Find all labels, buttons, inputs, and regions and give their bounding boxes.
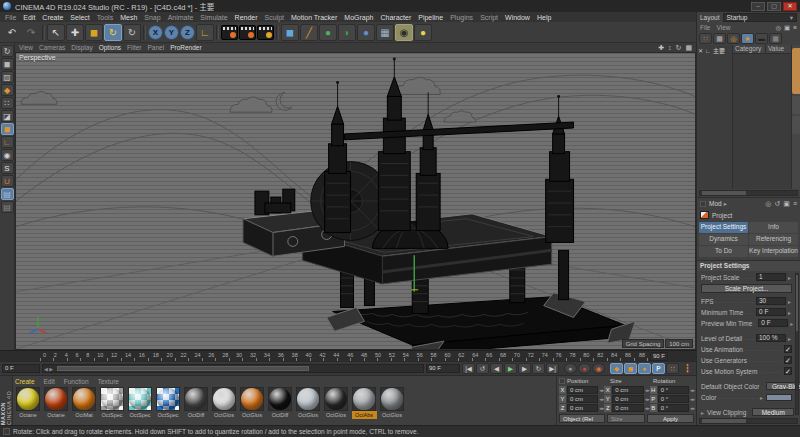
go-to-previous-frame-button[interactable]: ◀	[490, 363, 503, 374]
coordinate-system-icon[interactable]: ∟	[196, 24, 214, 41]
attribute-scrollbar[interactable]	[795, 273, 799, 415]
menu-item[interactable]: Create	[42, 14, 63, 21]
use-animation-checkbox[interactable]: ✓	[784, 345, 792, 353]
attribute-tab[interactable]: Referencing	[749, 234, 798, 245]
keyframe-rotation-toggle[interactable]: ●	[638, 363, 651, 374]
attribute-tab[interactable]: Info	[749, 222, 798, 233]
material-menu-item[interactable]: Edit	[44, 378, 55, 385]
target-icon[interactable]: ◎	[727, 33, 740, 44]
material-menu-item[interactable]: Texture	[98, 378, 119, 385]
am-horizontal-scrollbar[interactable]	[699, 418, 798, 424]
separator[interactable]	[216, 25, 219, 40]
keyframe-parameter-toggle[interactable]: P	[652, 363, 665, 374]
material-swatch[interactable]: OctGlos	[295, 387, 321, 419]
material-swatch[interactable]: OctAbs	[351, 387, 377, 419]
viewport-menu-item[interactable]: Display	[71, 44, 92, 51]
position-y-field[interactable]: 0 cm	[567, 395, 598, 403]
material-swatch[interactable]: OctGlos	[211, 387, 237, 419]
rotate-view-icon[interactable]: ↻	[676, 44, 682, 52]
minimize-button[interactable]: –	[751, 2, 765, 11]
lock-z-axis-button[interactable]: Z	[180, 25, 195, 40]
material-preview[interactable]	[16, 387, 40, 411]
redo-icon[interactable]: ↷	[22, 24, 40, 41]
use-motion-system-checkbox[interactable]: ✓	[784, 367, 792, 375]
viewport[interactable]: Perspective	[15, 52, 696, 350]
am-dropdown-icon[interactable]	[700, 201, 706, 207]
category-column-header[interactable]: Category	[733, 45, 765, 53]
material-swatch[interactable]: OctMat	[71, 387, 97, 419]
value-column-header[interactable]: Value	[765, 45, 791, 53]
model-mode-icon[interactable]: ◼	[1, 58, 14, 70]
menu-item[interactable]: Motion Tracker	[291, 14, 337, 21]
material-preview[interactable]	[128, 387, 152, 411]
autokeying-button[interactable]: ◉	[592, 363, 605, 374]
material-menu-item[interactable]: Create	[15, 378, 35, 385]
record-keyframe-button[interactable]: ●	[564, 363, 577, 374]
material-swatch[interactable]: OctDiff	[267, 387, 293, 419]
environment-icon[interactable]: ●	[357, 24, 375, 41]
render-view-icon[interactable]	[221, 25, 238, 40]
live-selection-icon[interactable]: ↖	[47, 24, 65, 41]
menu-item[interactable]: Character	[381, 14, 412, 21]
material-swatch[interactable]: OctSpec	[155, 387, 181, 419]
tree-root-label[interactable]: 主要	[713, 46, 725, 55]
table-body[interactable]	[733, 54, 791, 189]
menu-item[interactable]: Snap	[144, 14, 160, 21]
history-icon[interactable]: ↺	[774, 200, 780, 208]
menu-item[interactable]: Simulate	[200, 14, 227, 21]
side-tab[interactable]	[792, 96, 800, 114]
material-menu-item[interactable]: Function	[64, 378, 89, 385]
material-swatch[interactable]: OctGlos	[323, 387, 349, 419]
material-preview[interactable]	[268, 387, 292, 411]
render-settings-icon[interactable]	[257, 25, 274, 40]
rotation-h-field[interactable]: 0 °	[658, 386, 689, 394]
material-swatch[interactable]: OctSpec	[99, 387, 125, 419]
grid-icon[interactable]: ▦	[713, 33, 726, 44]
palette-handle[interactable]: ┇	[681, 363, 694, 374]
viewport-menu-item[interactable]: Panel	[148, 44, 165, 51]
om-menu-item[interactable]: View	[716, 24, 730, 31]
apply-button[interactable]: Apply	[647, 414, 694, 423]
keyframe-scale-toggle[interactable]: ◼	[624, 363, 637, 374]
viewport-menu-item[interactable]: ProRender	[170, 44, 201, 51]
layout-dropdown[interactable]: Startup▾	[723, 13, 797, 22]
workplane-icon[interactable]: ▤	[1, 188, 14, 200]
menu-item[interactable]: Tools	[97, 14, 113, 21]
menu-item[interactable]: Window	[505, 14, 530, 21]
points-mode-icon[interactable]: ∷	[1, 97, 14, 109]
panel-menu-icon[interactable]: ≡	[793, 24, 797, 32]
attribute-tab[interactable]: Project Settings	[699, 222, 748, 233]
position-z-field[interactable]: 0 cm	[567, 404, 598, 412]
pan-view-icon[interactable]: ✚	[658, 44, 664, 52]
use-generators-checkbox[interactable]: ✓	[784, 356, 792, 364]
render-region-icon[interactable]	[239, 25, 256, 40]
menu-item[interactable]: Help	[537, 14, 551, 21]
make-editable-icon[interactable]: ↻	[1, 45, 14, 57]
move-icon[interactable]: ✚	[66, 24, 84, 41]
fps-field[interactable]: 30	[756, 297, 786, 305]
zoom-view-icon[interactable]: ↕	[668, 44, 672, 52]
coords-lock-icon[interactable]	[559, 378, 565, 384]
size-z-field[interactable]: 0 cm	[612, 404, 643, 412]
go-to-start-button[interactable]: |◀	[462, 363, 475, 374]
deformers-icon[interactable]: ◗	[338, 24, 356, 41]
texture-mode-icon[interactable]: ▨	[1, 71, 14, 83]
axis-mode-icon[interactable]: ∟	[1, 136, 14, 148]
lock-icon[interactable]: ▣	[784, 24, 790, 32]
edges-mode-icon[interactable]: ◪	[1, 110, 14, 122]
pattern-icon[interactable]: ▦	[769, 33, 782, 44]
menu-item[interactable]: MoGraph	[344, 14, 373, 21]
generators-icon[interactable]: ●	[319, 24, 337, 41]
menu-item[interactable]: Render	[235, 14, 258, 21]
preview-min-time-field[interactable]: 0 F	[758, 319, 788, 327]
minimum-time-field[interactable]: 0 F	[756, 308, 786, 316]
material-preview[interactable]	[324, 387, 348, 411]
size-y-field[interactable]: 0 cm	[612, 395, 643, 403]
range-end-field[interactable]: 90 F	[426, 364, 460, 373]
material-swatch[interactable]: OctGlos	[239, 387, 265, 419]
viewport-camera-label[interactable]: Perspective	[19, 54, 56, 61]
current-frame-field[interactable]: 0 F	[2, 364, 40, 373]
toggle-views-icon[interactable]: ▦	[685, 44, 692, 52]
attribute-tab[interactable]: Key Interpolation	[749, 246, 798, 257]
play-forwards-button[interactable]: ▶	[504, 363, 517, 374]
